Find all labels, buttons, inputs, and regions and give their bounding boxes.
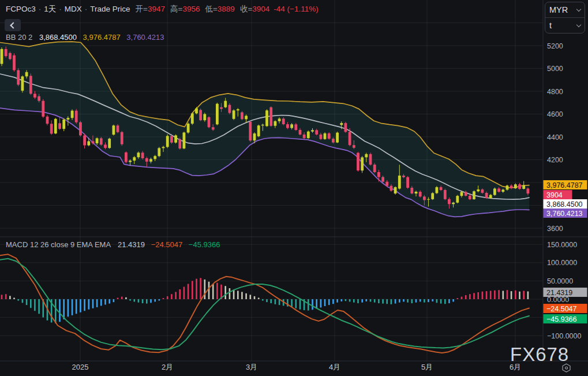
svg-text:150.0000: 150.0000 <box>547 241 577 249</box>
separator-dot: · <box>85 5 88 13</box>
svg-text:3904: 3904 <box>546 191 563 199</box>
exchange-label: MDX <box>65 5 82 13</box>
symbol-info-bar: FCPOc3·1天·MDX·Trade Price开=3947高=3956低=3… <box>6 4 319 14</box>
svg-text:−24.5047: −24.5047 <box>546 305 577 313</box>
unit-dropdown[interactable]: t <box>545 17 585 33</box>
chevron-down-icon <box>576 22 581 27</box>
bb-params: 20 2 <box>18 33 32 42</box>
svg-text:50.0000: 50.0000 <box>547 277 573 285</box>
high-value: 3956 <box>182 5 200 13</box>
svg-text:5000: 5000 <box>547 65 563 73</box>
svg-text:3,976.4787: 3,976.4787 <box>546 181 583 189</box>
price-axis[interactable]: 52005000480046004400420036003,976.478739… <box>544 42 587 233</box>
back-button[interactable] <box>5 19 21 31</box>
macd-line-value: −24.5047 <box>151 240 183 249</box>
svg-text:3600: 3600 <box>547 225 563 233</box>
axis-unit-selector: MYR t <box>545 2 585 33</box>
svg-text:5月: 5月 <box>421 363 433 371</box>
svg-text:21.4319: 21.4319 <box>546 289 572 297</box>
open-value: 3947 <box>148 5 165 13</box>
svg-text:4200: 4200 <box>547 156 563 164</box>
open-label: 开= <box>136 5 148 13</box>
svg-text:−45.9366: −45.9366 <box>546 315 577 323</box>
svg-text:2025: 2025 <box>72 363 89 371</box>
bb-upper-value: 3,976.4787 <box>83 33 121 42</box>
unit-value: t <box>549 21 577 30</box>
bb-basis-value: 3,868.4500 <box>39 33 77 42</box>
macd-indicator-legend[interactable]: MACD 12 26 close 9 EMA EMA 21.4319 −24.5… <box>6 240 220 249</box>
currency-value: MYR <box>549 5 577 14</box>
svg-text:3,868.4500: 3,868.4500 <box>546 200 583 209</box>
low-value: 3889 <box>218 5 235 13</box>
bb-name: BB <box>6 33 16 42</box>
close-value: 3904 <box>252 5 269 13</box>
svg-text:6月: 6月 <box>510 363 521 371</box>
macd-signal-value: −45.9366 <box>189 240 220 249</box>
trading-chart-window: 52005000480046004400420036003,976.478739… <box>0 0 588 376</box>
separator-dot: · <box>39 5 42 13</box>
bb-indicator-legend[interactable]: BB 20 2 3,868.4500 3,976.4787 3,760.4213 <box>6 33 164 42</box>
macd-params: 12 26 close 9 EMA EMA <box>30 240 110 249</box>
macd-pane <box>0 254 529 353</box>
svg-text:4400: 4400 <box>547 133 563 142</box>
high-label: 高= <box>170 5 182 13</box>
svg-text:3月: 3月 <box>246 363 257 371</box>
series-type-label: Trade Price <box>90 5 130 13</box>
macd-hist-value: 21.4319 <box>118 240 145 249</box>
bb-lower-value: 3,760.4213 <box>126 33 164 42</box>
svg-text:3,760.4213: 3,760.4213 <box>546 210 583 218</box>
chart-canvas[interactable]: 52005000480046004400420036003,976.478739… <box>0 0 588 376</box>
svg-text:4月: 4月 <box>329 363 340 371</box>
currency-dropdown[interactable]: MYR <box>545 2 585 17</box>
separator-dot: · <box>59 5 62 13</box>
svg-text:2月: 2月 <box>162 363 173 371</box>
interval-label[interactable]: 1天 <box>44 5 56 13</box>
macd-name: MACD <box>6 240 28 249</box>
chevron-left-icon <box>10 22 16 28</box>
macd-axis[interactable]: 150.0000100.000050.00000.0000−100.000021… <box>544 241 587 340</box>
chart-settings-icon[interactable] <box>561 363 572 373</box>
svg-text:5200: 5200 <box>547 42 563 50</box>
chevron-down-icon <box>576 6 581 11</box>
close-label: 收= <box>240 5 252 13</box>
symbol-name[interactable]: FCPOc3 <box>6 5 36 13</box>
change-value: -44 (−1.11%) <box>274 5 318 13</box>
svg-text:−100.0000: −100.0000 <box>547 332 581 340</box>
svg-text:100.0000: 100.0000 <box>547 259 577 267</box>
low-label: 低= <box>205 5 217 13</box>
svg-text:4600: 4600 <box>547 110 563 118</box>
svg-text:4800: 4800 <box>547 88 563 96</box>
time-axis[interactable]: 20252月3月4月5月6月 <box>72 363 522 371</box>
